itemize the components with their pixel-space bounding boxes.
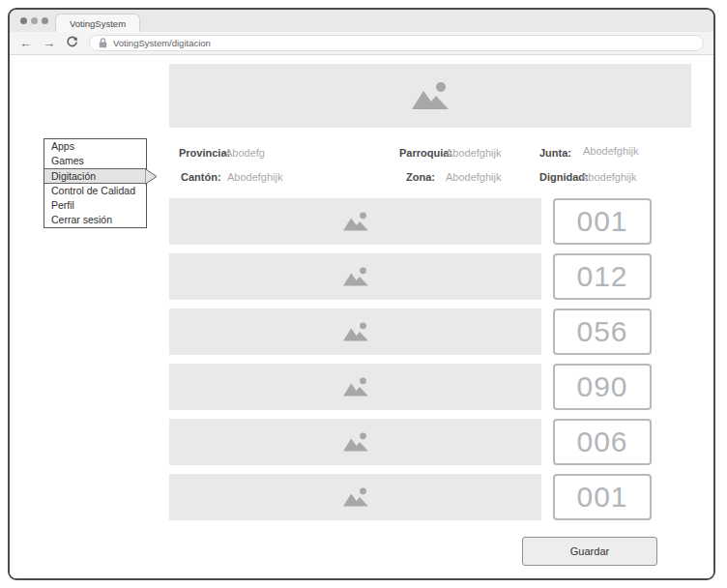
vote-count-input[interactable]: 090 [553,364,652,410]
forward-icon[interactable]: → [43,37,55,49]
ballot-image-placeholder [169,253,541,300]
tab-strip: VotingSystem [10,10,713,32]
sidebar-item-apps[interactable]: Apps [44,139,146,154]
minimize-window-icon[interactable] [31,17,38,24]
sidebar-item-label: Control de Calidad [51,185,135,196]
sidebar-item-digitacion[interactable]: Digitación [44,168,146,184]
ballot-image-placeholder [169,419,541,465]
vote-count-value: 056 [576,315,627,348]
url-bar[interactable]: VotingSystem/digitacion [89,35,704,51]
sidebar-item-label: Perfil [51,199,74,211]
sidebar-item-label: Apps [51,140,74,152]
browser-tab[interactable]: VotingSystem [55,14,140,32]
close-window-icon[interactable] [20,17,27,24]
selected-item-arrow-icon [145,168,158,185]
url-text: VotingSystem/digitacion [113,38,211,48]
zona-value: Abodefghijk [446,171,502,183]
image-placeholder-icon [341,431,370,453]
save-button-label: Guardar [570,545,609,557]
sidebar-item-label: Digitación [51,170,96,182]
ballot-image-placeholder [169,198,541,245]
canton-value: Abodefghijk [227,171,283,183]
provincia-value: Abodefg [225,147,265,159]
image-placeholder-icon [341,211,370,232]
page-content: Apps Games Digitación Control de Calidad… [10,56,713,578]
sidebar-item-games[interactable]: Games [44,154,146,168]
vote-count-input[interactable]: 056 [553,309,652,355]
junta-value: Abodefghijk [583,145,639,157]
image-placeholder-icon [341,486,370,508]
ballot-image-placeholder [169,474,541,520]
parroquia-value: Abodefghijk [446,147,502,159]
provincia-label: Provincia: [179,147,230,159]
maximize-window-icon[interactable] [42,17,48,24]
vote-count-input[interactable]: 012 [553,253,652,300]
reload-icon[interactable] [66,36,78,50]
back-icon[interactable]: ← [19,37,32,49]
tab-title: VotingSystem [70,18,126,29]
ballot-image-placeholder [169,364,541,410]
browser-toolbar: ← → VotingSystem/digitacion [10,32,713,55]
junta-label: Junta: [539,147,571,159]
vote-count-input[interactable]: 001 [553,474,652,520]
vote-count-input[interactable]: 006 [553,419,652,465]
sidebar-item-label: Games [51,155,84,166]
vote-count-value: 012 [576,260,627,293]
header-image-placeholder [169,64,691,128]
vote-count-input[interactable]: 001 [553,198,652,245]
ballot-image-placeholder [169,309,541,355]
image-placeholder-icon [341,266,370,287]
sidebar-menu: Apps Games Digitación Control de Calidad… [44,138,147,228]
canton-label: Cantón: [181,171,221,183]
vote-count-value: 090 [576,370,627,403]
vote-count-value: 001 [576,481,627,514]
dignidad-value: Abodefghijk [581,171,637,183]
sidebar-item-control-de-calidad[interactable]: Control de Calidad [44,184,146,198]
window-controls [20,17,48,24]
sidebar-item-label: Cerrar sesión [51,214,112,225]
lock-icon [99,35,107,52]
image-placeholder-icon [341,376,370,397]
vote-count-value: 006 [576,426,627,458]
parroquia-label: Parroquia: [399,147,452,159]
browser-window: VotingSystem ← → VotingSystem/digitacion… [8,8,715,580]
vote-count-value: 001 [576,205,627,238]
zona-label: Zona: [406,171,435,183]
image-placeholder-icon [409,80,451,111]
image-placeholder-icon [341,321,370,342]
sidebar-item-cerrar-sesion[interactable]: Cerrar sesión [44,213,146,227]
sidebar-item-perfil[interactable]: Perfil [44,198,146,213]
save-button[interactable]: Guardar [522,537,657,566]
